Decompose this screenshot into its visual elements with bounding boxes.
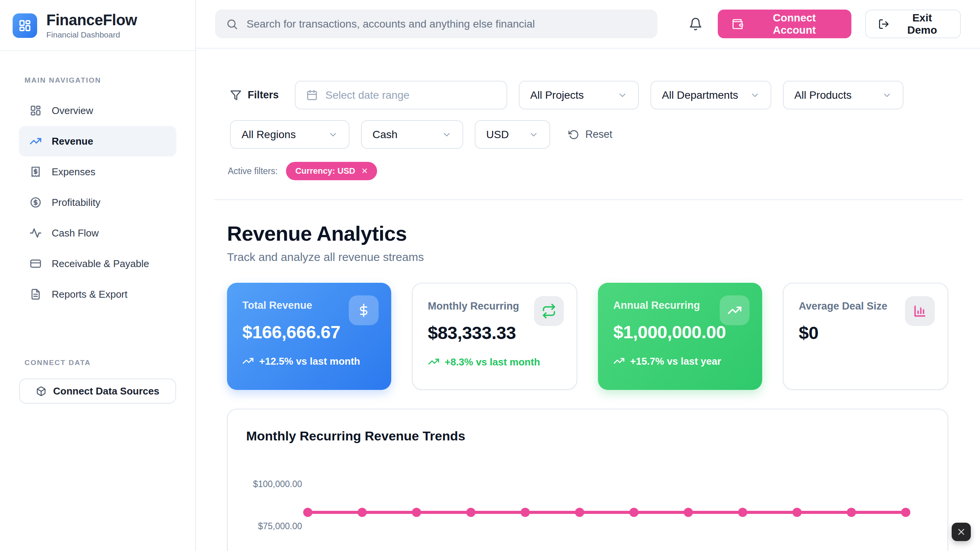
trending-up-icon	[613, 355, 625, 367]
topbar: Connect Account Exit Demo	[196, 0, 980, 49]
filters-label: Filters	[230, 89, 279, 101]
section-divider	[214, 199, 963, 200]
trending-up-icon	[720, 295, 750, 325]
stat-card-monthly-recurring: Monthly Recurring $83,333.33 +8.3% vs la…	[412, 283, 578, 390]
exit-demo-label: Exit Demo	[897, 12, 948, 36]
data-point	[792, 508, 802, 517]
close-overlay-button[interactable]	[952, 523, 971, 541]
connect-data-heading: CONNECT DATA	[0, 310, 195, 378]
brand-logo-icon	[13, 13, 37, 38]
search-input[interactable]	[247, 18, 647, 30]
date-range-placeholder: Select date range	[325, 89, 410, 101]
departments-select[interactable]: All Departments	[650, 81, 771, 109]
main-column: Connect Account Exit Demo Filters	[196, 0, 980, 551]
chart-title: Monthly Recurring Revenue Trends	[246, 429, 465, 443]
trending-up-icon	[428, 356, 439, 367]
file-text-icon	[29, 288, 42, 300]
data-point	[847, 508, 856, 517]
wallet-icon	[732, 18, 743, 30]
credit-card-icon	[29, 258, 42, 270]
activity-icon	[29, 227, 42, 239]
sidebar-item-label: Expenses	[52, 166, 95, 178]
data-point	[303, 508, 312, 517]
connect-data-sources-label: Connect Data Sources	[53, 385, 159, 397]
page-title: Revenue Analytics	[227, 222, 948, 245]
y-axis-tick: $100,000.00	[246, 479, 302, 489]
search-icon	[226, 18, 238, 30]
regions-select[interactable]: All Regions	[230, 120, 350, 149]
sidebar-item-label: Reports & Export	[52, 289, 127, 300]
chevron-down-icon	[442, 130, 452, 140]
products-select[interactable]: All Products	[783, 81, 903, 109]
payment-method-select[interactable]: Cash	[361, 120, 463, 149]
stat-change: +15.7% vs last year	[613, 355, 740, 368]
stat-cards-row: Total Revenue $166,666.67 +12.5% vs last…	[227, 283, 948, 390]
data-point	[466, 508, 475, 517]
chevron-down-icon	[529, 130, 539, 140]
stat-change: +8.3% vs last month	[428, 355, 554, 369]
sidebar-item-label: Overview	[52, 105, 93, 117]
app-window: FinanceFlow Financial Dashboard MAIN NAV…	[0, 0, 980, 551]
notifications-bell-icon[interactable]	[687, 16, 704, 33]
chip-close-icon[interactable]: ✕	[361, 166, 368, 176]
close-icon	[956, 527, 966, 537]
sidebar-item-overview[interactable]: Overview	[19, 95, 176, 126]
sidebar-item-receivable-payable[interactable]: Receivable & Payable	[19, 248, 176, 279]
main-navigation: Overview Revenue Expenses	[0, 95, 195, 310]
data-point	[684, 508, 693, 517]
currency-select[interactable]: USD	[475, 120, 550, 149]
data-point	[901, 508, 910, 517]
page-subtitle: Track and analyze all revenue streams	[227, 251, 948, 264]
brand: FinanceFlow Financial Dashboard	[0, 0, 195, 50]
sidebar-item-label: Receivable & Payable	[52, 258, 149, 270]
date-range-picker[interactable]: Select date range	[295, 81, 507, 109]
stat-change: +12.5% vs last month	[242, 355, 369, 368]
currency-filter-chip[interactable]: Currency: USD ✕	[286, 162, 377, 180]
connect-account-button[interactable]: Connect Account	[718, 10, 852, 38]
filters-bar: Filters Select date range All Projects A…	[227, 81, 948, 149]
sidebar-item-reports-export[interactable]: Reports & Export	[19, 279, 176, 310]
reset-filters-button[interactable]: Reset	[568, 129, 612, 140]
data-point	[629, 508, 639, 517]
stat-card-average-deal-size: Average Deal Size $0	[783, 283, 949, 390]
brand-title: FinanceFlow	[46, 11, 137, 29]
repeat-icon	[534, 296, 564, 326]
data-point	[575, 508, 584, 517]
stat-card-annual-recurring: Annual Recurring $1,000,000.00 +15.7% vs…	[598, 283, 762, 390]
connect-account-label: Connect Account	[751, 12, 838, 36]
chevron-down-icon	[328, 130, 338, 140]
exit-demo-button[interactable]: Exit Demo	[865, 10, 961, 38]
sidebar-item-expenses[interactable]: Expenses	[19, 156, 176, 187]
calendar-icon	[306, 90, 318, 101]
funnel-icon	[230, 90, 242, 101]
rotate-ccw-icon	[568, 129, 579, 140]
mrr-trends-chart-card: Monthly Recurring Revenue Trends $100,00…	[227, 409, 948, 551]
receipt-icon	[29, 166, 42, 178]
data-point	[521, 508, 530, 517]
data-point	[358, 508, 367, 517]
reset-label: Reset	[585, 129, 612, 140]
active-filters-row: Active filters: Currency: USD ✕	[227, 162, 948, 180]
projects-select[interactable]: All Projects	[519, 81, 639, 109]
cube-icon	[36, 386, 46, 396]
brand-subtitle: Financial Dashboard	[46, 30, 137, 39]
dollar-icon	[349, 295, 379, 325]
sidebar: FinanceFlow Financial Dashboard MAIN NAV…	[0, 0, 196, 551]
sidebar-item-cash-flow[interactable]: Cash Flow	[19, 218, 176, 248]
search-box[interactable]	[215, 10, 657, 38]
sidebar-item-revenue[interactable]: Revenue	[19, 126, 176, 156]
dollar-circle-icon	[29, 196, 42, 209]
connect-data-sources-button[interactable]: Connect Data Sources	[19, 378, 176, 404]
sidebar-item-label: Revenue	[52, 135, 93, 147]
sidebar-item-profitability[interactable]: Profitability	[19, 187, 176, 218]
y-axis-tick: $75,000.00	[246, 521, 302, 531]
chevron-down-icon	[750, 90, 760, 100]
chevron-down-icon	[617, 90, 627, 100]
logout-icon	[878, 18, 889, 30]
sidebar-item-label: Cash Flow	[52, 227, 99, 239]
trend-line	[308, 511, 906, 514]
chevron-down-icon	[882, 90, 892, 100]
main-content: Filters Select date range All Projects A…	[196, 49, 980, 551]
sidebar-item-label: Profitability	[52, 197, 100, 209]
stat-card-total-revenue: Total Revenue $166,666.67 +12.5% vs last…	[227, 283, 391, 390]
